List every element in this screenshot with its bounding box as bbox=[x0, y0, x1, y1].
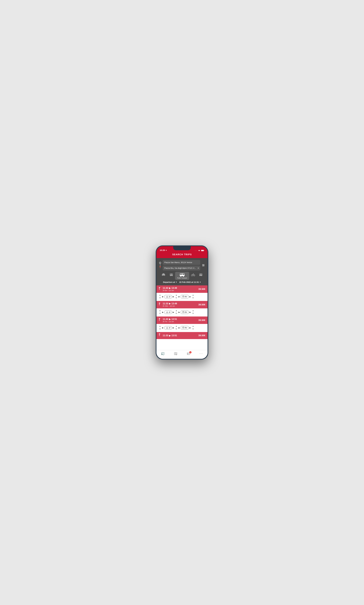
trip-arrow-3: ▶ bbox=[169, 318, 171, 320]
train-step-2: RV bbox=[181, 310, 189, 314]
walk-icon-3c bbox=[192, 326, 195, 330]
route-dots-icon-1: 📍 bbox=[159, 287, 161, 291]
svg-line-96 bbox=[176, 354, 177, 355]
svg-point-69 bbox=[160, 318, 160, 319]
to-input[interactable] bbox=[163, 266, 200, 270]
step-arrow-1b: ▶ bbox=[173, 296, 174, 298]
nav-more[interactable]: ··· bbox=[196, 351, 206, 356]
svg-rect-31 bbox=[201, 274, 202, 274]
svg-point-87 bbox=[159, 335, 160, 335]
svg-point-44 bbox=[176, 295, 177, 296]
nav-map-search[interactable] bbox=[158, 351, 168, 356]
clear-to-button[interactable]: ✕ bbox=[197, 267, 199, 269]
nav-search[interactable] bbox=[171, 351, 180, 356]
trip-duration-2: 2h 15m - 121 km bbox=[163, 305, 177, 307]
trip-steps-3: ▶ 2/ ▶ bbox=[156, 324, 208, 332]
departure-type-button[interactable]: Departure at ▼ bbox=[163, 281, 177, 283]
trip-times-2: 11:33 ▶ 13:49 bbox=[163, 302, 177, 305]
filter-button[interactable] bbox=[201, 263, 205, 267]
origin-circle bbox=[159, 262, 161, 264]
route-dots-icon-3 bbox=[159, 318, 161, 322]
svg-rect-79 bbox=[183, 327, 183, 327]
car-icon bbox=[161, 273, 166, 276]
step-arrow-3d: ▶ bbox=[189, 327, 191, 329]
map-search-icon bbox=[161, 352, 165, 356]
more-dots-icon: ··· bbox=[199, 352, 203, 355]
svg-point-55 bbox=[159, 304, 160, 304]
train-step-1: RV bbox=[181, 295, 189, 298]
trip-card-3[interactable]: 11:43 ▶ 13:51 2h 7m - 121 km 39.50€ bbox=[156, 317, 208, 332]
app-header: SEARCH TRIPS bbox=[156, 252, 208, 258]
svg-rect-14 bbox=[171, 274, 172, 274]
svg-point-72 bbox=[159, 320, 160, 321]
route-from-icon: 📍 bbox=[159, 262, 162, 269]
trip-header-3[interactable]: 11:43 ▶ 13:51 2h 7m - 121 km 39.50€ bbox=[156, 317, 208, 324]
trip-header-4[interactable]: 11:33 ▶ 13:51 39.50€ bbox=[156, 332, 208, 339]
svg-point-23 bbox=[183, 276, 184, 277]
svg-point-16 bbox=[170, 276, 171, 276]
trip-card-4[interactable]: 11:33 ▶ 13:51 39.50€ bbox=[156, 332, 208, 339]
walk-icon-1b bbox=[175, 295, 178, 298]
walk-icon-3a bbox=[159, 326, 161, 330]
svg-rect-30 bbox=[200, 274, 201, 274]
svg-rect-19 bbox=[180, 274, 182, 275]
signal-dots-icon: ···· bbox=[195, 250, 197, 251]
trip-arrive-1: 13:49 bbox=[171, 287, 177, 289]
walk-icon-1c bbox=[192, 295, 195, 298]
dot1 bbox=[160, 264, 160, 264]
step-arrow-1d: ▶ bbox=[189, 296, 191, 298]
trip-price-3: 39.50€ bbox=[198, 319, 205, 322]
ferry-label-2: 2/ bbox=[169, 311, 170, 313]
trip-card-2[interactable]: 11:33 ▶ 13:49 2h 15m - 121 km 39.50€ bbox=[156, 301, 208, 316]
status-icons: ···· bbox=[195, 250, 204, 251]
trip-left-1: 📍 11:43 ▶ 13:49 2h 5m - 121 km bbox=[159, 287, 177, 292]
trip-header-2[interactable]: 11:33 ▶ 13:49 2h 15m - 121 km 39.50€ bbox=[156, 301, 208, 308]
transport-mode-selector: Public Transport bbox=[159, 272, 205, 280]
destination-pin-icon: 📍 bbox=[159, 266, 161, 269]
svg-point-56 bbox=[159, 304, 160, 305]
walk-icon-2b bbox=[175, 310, 178, 314]
trip-depart-1: 11:43 bbox=[163, 287, 168, 289]
route-dots-icon-2 bbox=[159, 303, 161, 306]
train-icon-3 bbox=[182, 327, 184, 329]
trip-depart-4: 11:33 bbox=[163, 334, 168, 337]
from-input[interactable] bbox=[163, 260, 200, 265]
app-title: SEARCH TRIPS bbox=[156, 253, 208, 256]
mode-bike-button[interactable] bbox=[189, 272, 197, 280]
trip-times-1: 11:43 ▶ 13:49 bbox=[163, 287, 177, 289]
trip-arrow-1: ▶ bbox=[169, 287, 171, 289]
datetime-chevron-icon: ▼ bbox=[199, 281, 201, 283]
svg-point-60 bbox=[176, 310, 177, 311]
svg-point-71 bbox=[159, 319, 160, 320]
departure-row: Departure at ▼ 22 Feb 2022 at 11:31 ▼ bbox=[159, 281, 205, 283]
public-transport-icon bbox=[180, 273, 185, 277]
svg-point-41 bbox=[160, 295, 160, 296]
nav-tickets[interactable]: 1 bbox=[184, 351, 193, 356]
route-icon-3 bbox=[159, 318, 161, 323]
svg-point-10 bbox=[162, 275, 163, 276]
svg-point-33 bbox=[200, 276, 200, 276]
trip-arrive-2: 13:49 bbox=[171, 302, 177, 305]
svg-point-52 bbox=[159, 303, 160, 303]
departure-datetime: 22 Feb 2022 at 11:31 bbox=[179, 281, 199, 283]
trip-card-1[interactable]: 📍 11:43 ▶ 13:49 2h 5m - 121 km bbox=[156, 285, 208, 300]
trip-header-1[interactable]: 📍 11:43 ▶ 13:49 2h 5m - 121 km bbox=[156, 285, 208, 293]
svg-point-28 bbox=[193, 274, 194, 274]
bus-icon2 bbox=[199, 273, 203, 276]
trip-info-2: 11:33 ▶ 13:49 2h 15m - 121 km bbox=[163, 302, 177, 307]
svg-rect-61 bbox=[182, 311, 184, 313]
filter-icon bbox=[202, 264, 205, 267]
svg-point-67 bbox=[193, 310, 194, 311]
departure-time-button[interactable]: 22 Feb 2022 at 11:31 ▼ bbox=[179, 281, 201, 283]
time-display: 10:29 bbox=[160, 249, 165, 251]
walk-icon-2c bbox=[192, 310, 195, 314]
results-list[interactable]: 📍 11:43 ▶ 13:49 2h 5m - 121 km bbox=[156, 285, 208, 350]
svg-point-51 bbox=[193, 295, 194, 296]
mode-public-transport-button[interactable]: Public Transport bbox=[175, 272, 189, 280]
mode-car-button[interactable] bbox=[159, 272, 168, 280]
walk-icon-1a bbox=[159, 295, 161, 298]
step-arrow-3c: ▶ bbox=[179, 327, 180, 329]
train-label-2: RV bbox=[185, 311, 187, 313]
mode-bus-button[interactable] bbox=[168, 272, 175, 280]
mode-bus-bike-button[interactable] bbox=[197, 272, 205, 280]
